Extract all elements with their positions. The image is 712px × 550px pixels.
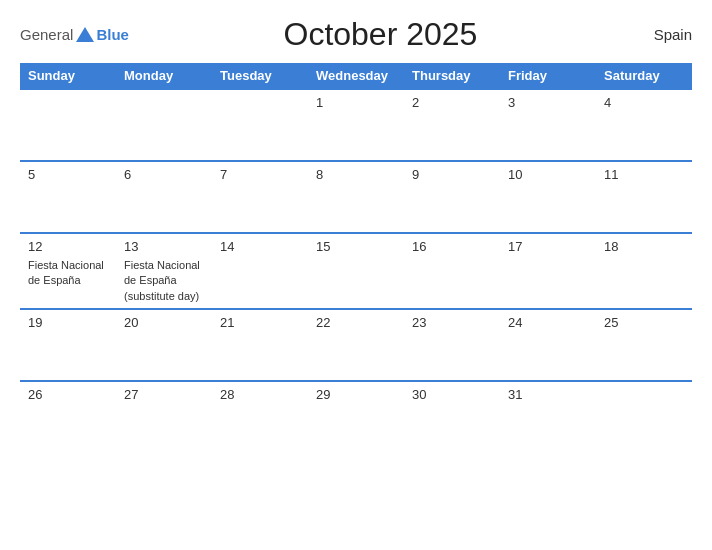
day-number: 10	[508, 167, 588, 182]
calendar-day-cell: 23	[404, 309, 500, 381]
calendar-day-cell: 22	[308, 309, 404, 381]
weekday-header-tuesday: Tuesday	[212, 63, 308, 89]
calendar-week-row: 262728293031	[20, 381, 692, 453]
day-number: 24	[508, 315, 588, 330]
day-number: 26	[28, 387, 108, 402]
day-number: 9	[412, 167, 492, 182]
calendar-page: General Blue October 2025 Spain SundayMo…	[0, 0, 712, 550]
calendar-day-cell: 12Fiesta Nacional de España	[20, 233, 116, 309]
day-number: 13	[124, 239, 204, 254]
calendar-title: October 2025	[129, 16, 632, 53]
day-number: 27	[124, 387, 204, 402]
calendar-week-row: 19202122232425	[20, 309, 692, 381]
calendar-day-cell: 28	[212, 381, 308, 453]
day-number: 12	[28, 239, 108, 254]
weekday-header-sunday: Sunday	[20, 63, 116, 89]
day-number: 23	[412, 315, 492, 330]
calendar-day-cell: 24	[500, 309, 596, 381]
day-number: 22	[316, 315, 396, 330]
day-number: 4	[604, 95, 684, 110]
calendar-day-cell: 17	[500, 233, 596, 309]
logo-triangle-icon	[76, 27, 94, 42]
day-number: 25	[604, 315, 684, 330]
calendar-week-row: 567891011	[20, 161, 692, 233]
calendar-table: SundayMondayTuesdayWednesdayThursdayFrid…	[20, 63, 692, 453]
weekday-header-wednesday: Wednesday	[308, 63, 404, 89]
day-number: 20	[124, 315, 204, 330]
calendar-day-cell	[20, 89, 116, 161]
logo-general-text: General	[20, 26, 73, 43]
day-number: 16	[412, 239, 492, 254]
calendar-day-cell: 25	[596, 309, 692, 381]
calendar-day-cell: 19	[20, 309, 116, 381]
country-label: Spain	[632, 26, 692, 43]
calendar-week-row: 12Fiesta Nacional de España13Fiesta Naci…	[20, 233, 692, 309]
calendar-day-cell: 30	[404, 381, 500, 453]
calendar-day-cell	[596, 381, 692, 453]
day-number: 14	[220, 239, 300, 254]
calendar-day-cell: 7	[212, 161, 308, 233]
day-number: 5	[28, 167, 108, 182]
calendar-header: General Blue October 2025 Spain	[20, 16, 692, 53]
calendar-day-cell	[212, 89, 308, 161]
logo-blue-text: Blue	[96, 26, 129, 43]
calendar-day-cell: 13Fiesta Nacional de España (substitute …	[116, 233, 212, 309]
calendar-day-cell: 4	[596, 89, 692, 161]
calendar-day-cell: 31	[500, 381, 596, 453]
day-number: 1	[316, 95, 396, 110]
calendar-day-cell: 27	[116, 381, 212, 453]
day-number: 3	[508, 95, 588, 110]
calendar-day-cell	[116, 89, 212, 161]
weekday-header-friday: Friday	[500, 63, 596, 89]
calendar-day-cell: 10	[500, 161, 596, 233]
calendar-day-cell: 15	[308, 233, 404, 309]
day-number: 31	[508, 387, 588, 402]
calendar-day-cell: 6	[116, 161, 212, 233]
day-number: 7	[220, 167, 300, 182]
event-text: Fiesta Nacional de España (substitute da…	[124, 259, 200, 302]
logo: General Blue	[20, 26, 129, 43]
calendar-week-row: 1234	[20, 89, 692, 161]
day-number: 15	[316, 239, 396, 254]
event-text: Fiesta Nacional de España	[28, 259, 104, 286]
calendar-day-cell: 29	[308, 381, 404, 453]
calendar-day-cell: 21	[212, 309, 308, 381]
calendar-day-cell: 2	[404, 89, 500, 161]
calendar-day-cell: 26	[20, 381, 116, 453]
day-number: 6	[124, 167, 204, 182]
calendar-day-cell: 5	[20, 161, 116, 233]
day-number: 8	[316, 167, 396, 182]
day-number: 18	[604, 239, 684, 254]
weekday-header-saturday: Saturday	[596, 63, 692, 89]
day-number: 19	[28, 315, 108, 330]
weekday-header-monday: Monday	[116, 63, 212, 89]
day-number: 28	[220, 387, 300, 402]
weekday-header-row: SundayMondayTuesdayWednesdayThursdayFrid…	[20, 63, 692, 89]
day-number: 2	[412, 95, 492, 110]
day-number: 21	[220, 315, 300, 330]
weekday-header-thursday: Thursday	[404, 63, 500, 89]
day-number: 30	[412, 387, 492, 402]
day-number: 11	[604, 167, 684, 182]
day-number: 17	[508, 239, 588, 254]
calendar-day-cell: 8	[308, 161, 404, 233]
calendar-day-cell: 20	[116, 309, 212, 381]
calendar-day-cell: 16	[404, 233, 500, 309]
calendar-day-cell: 18	[596, 233, 692, 309]
calendar-day-cell: 1	[308, 89, 404, 161]
calendar-day-cell: 11	[596, 161, 692, 233]
calendar-day-cell: 9	[404, 161, 500, 233]
calendar-day-cell: 14	[212, 233, 308, 309]
calendar-day-cell: 3	[500, 89, 596, 161]
day-number: 29	[316, 387, 396, 402]
